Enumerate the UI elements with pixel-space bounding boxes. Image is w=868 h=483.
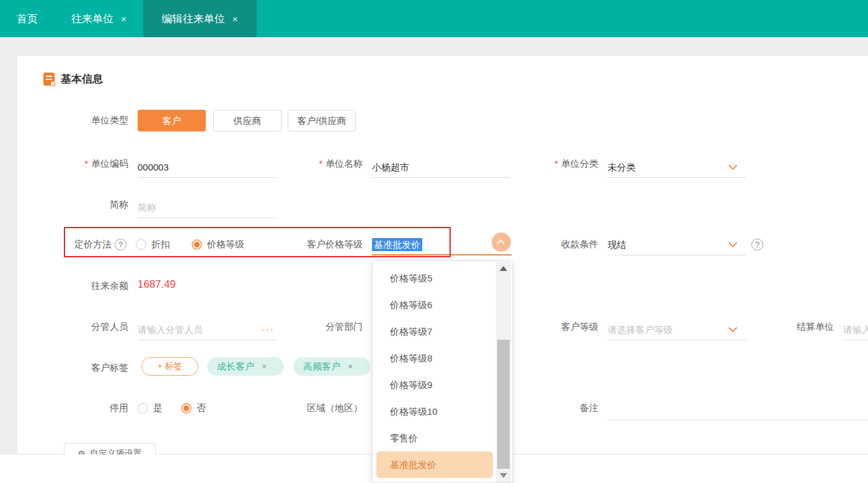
collapse-dropdown-button[interactable] [492, 233, 511, 252]
radio-unselected-icon[interactable] [138, 403, 148, 414]
dropdown-item[interactable]: 价格等级7 [373, 318, 495, 345]
unit-category-select[interactable]: 未分类 [608, 157, 746, 178]
price-level-dropdown: 价格等级5 价格等级6 价格等级7 价格等级8 价格等级9 价格等级10 零售价… [372, 260, 513, 483]
dropdown-item[interactable]: 价格等级6 [373, 291, 495, 318]
unit-type-supplier-button[interactable]: 供应商 [213, 110, 281, 131]
radio-unselected-icon[interactable] [136, 239, 146, 250]
unit-name-input[interactable]: 小杨超市 [372, 157, 510, 178]
chevron-down-icon[interactable] [728, 239, 737, 247]
scrollbar-down-button[interactable] [496, 469, 511, 482]
payment-terms-label: 收款条件 [515, 238, 598, 250]
pricing-method-label: 定价方法 [37, 238, 112, 250]
tab-partners[interactable]: 往来单位 × [55, 0, 143, 37]
unit-type-label: 单位类型 [37, 114, 128, 126]
scrollbar-up-button[interactable] [496, 262, 511, 275]
short-name-label: 简称 [37, 198, 128, 211]
disabled-radio-yes[interactable]: 是 [138, 402, 162, 414]
unit-code-label: *单位编码 [37, 157, 128, 170]
dropdown-scrollbar[interactable] [496, 262, 511, 482]
custom-settings-clip: ⚙ 自定义项设置 [64, 443, 157, 454]
remove-tag-icon[interactable]: × [262, 361, 267, 371]
tab-close-icon[interactable]: × [121, 14, 126, 24]
tab-edit-partner-label: 编辑往来单位 [162, 12, 225, 26]
document-icon [43, 73, 55, 86]
pricing-method-radio-discount[interactable]: 折扣 [136, 239, 170, 250]
pricing-method-radio-price-level[interactable]: 价格等级 [192, 239, 244, 250]
tab-home-label: 首页 [17, 12, 38, 26]
balance-label: 往来余额 [37, 280, 128, 292]
add-tag-button[interactable]: + 标签 [141, 357, 198, 376]
unit-type-both-button[interactable]: 客户/供应商 [288, 110, 356, 131]
radio-selected-icon[interactable] [181, 403, 192, 414]
tab-home[interactable]: 首页 [0, 0, 55, 37]
dropdown-item[interactable]: 价格等级8 [373, 345, 495, 371]
manager-label: 分管人员 [37, 321, 128, 333]
price-level-list: 价格等级5 价格等级6 价格等级7 价格等级8 价格等级9 价格等级10 零售价… [373, 265, 495, 478]
customer-level-placeholder: 请选择客户等级 [608, 324, 673, 335]
dropdown-item[interactable]: 价格等级9 [373, 371, 495, 398]
pricing-method-help-icon[interactable]: ? [115, 239, 126, 250]
tab-close-icon[interactable]: × [232, 14, 238, 24]
chevron-down-icon[interactable] [728, 324, 737, 332]
manager-placeholder: 请输入分管人员 [138, 324, 203, 335]
customer-price-level-select[interactable]: 基准批发价 [372, 234, 512, 255]
app-window: 首页 往来单位 × 编辑往来单位 × 基本信息 单位类型 客户 供应商 客户/供… [0, 0, 868, 483]
top-tab-bar: 首页 往来单位 × 编辑往来单位 × [0, 0, 868, 37]
remark-input[interactable] [608, 399, 868, 420]
customer-tags-label: 客户标签 [37, 361, 128, 374]
short-name-input[interactable]: 简称 [138, 197, 276, 218]
dropdown-item[interactable]: 价格等级5 [373, 265, 495, 291]
region-label: 区域（地区） [260, 402, 363, 414]
radio-selected-icon[interactable] [192, 239, 202, 250]
unit-code-input[interactable]: 000003 [138, 157, 276, 178]
unit-category-label: *单位分类 [508, 157, 598, 170]
gear-icon: ⚙ [78, 449, 86, 454]
selected-text: 基准批发价 [372, 238, 422, 251]
manager-input[interactable]: 请输入分管人员 ··· [138, 319, 276, 340]
disabled-radio-no[interactable]: 否 [181, 402, 206, 414]
tag-frequent-customer: 高频客户 × [293, 357, 370, 376]
settlement-unit-label: 结算单位 [750, 321, 834, 333]
remark-label: 备注 [515, 402, 598, 414]
balance-value: 1687.49 [138, 278, 175, 291]
page-background-strip [0, 37, 868, 56]
department-label: 分管部门 [260, 321, 363, 333]
dropdown-item-selected[interactable]: 基准批发价 [376, 451, 493, 478]
unit-type-customer-button[interactable]: 客户 [138, 110, 206, 131]
payment-terms-select[interactable]: 现结 [608, 234, 746, 255]
required-asterisk: * [555, 159, 558, 169]
section-title: 基本信息 [61, 72, 103, 86]
section-header: 基本信息 [43, 72, 103, 86]
customer-price-level-label: 客户价格等级 [279, 238, 363, 250]
custom-settings-button[interactable]: ⚙ 自定义项设置 [64, 443, 156, 454]
tag-growth-customer: 成长客户 × [207, 357, 284, 376]
disabled-label: 停用 [37, 402, 128, 414]
unit-name-label: *单位名称 [260, 157, 363, 170]
settlement-unit-input[interactable]: 请输入 [843, 319, 868, 340]
payment-terms-help-icon[interactable]: ? [751, 239, 763, 250]
chevron-down-icon[interactable] [728, 161, 737, 170]
scrollbar-thumb[interactable] [497, 340, 510, 471]
required-asterisk: * [319, 159, 322, 169]
remove-tag-icon[interactable]: × [348, 361, 353, 371]
required-asterisk: * [85, 159, 88, 169]
short-name-placeholder: 简称 [138, 202, 156, 213]
page-background-gutter [0, 37, 17, 454]
settlement-unit-placeholder: 请输入 [843, 324, 868, 335]
customer-level-label: 客户等级 [515, 321, 598, 333]
scroll-up-icon [500, 266, 507, 271]
tab-edit-partner[interactable]: 编辑往来单位 × [143, 0, 257, 37]
dropdown-item[interactable]: 价格等级10 [373, 398, 495, 425]
dropdown-item[interactable]: 零售价 [373, 425, 495, 451]
chevron-up-icon [497, 239, 505, 247]
scroll-down-icon [500, 473, 507, 478]
tab-partners-label: 往来单位 [71, 12, 113, 26]
customer-level-select[interactable]: 请选择客户等级 [608, 319, 746, 340]
